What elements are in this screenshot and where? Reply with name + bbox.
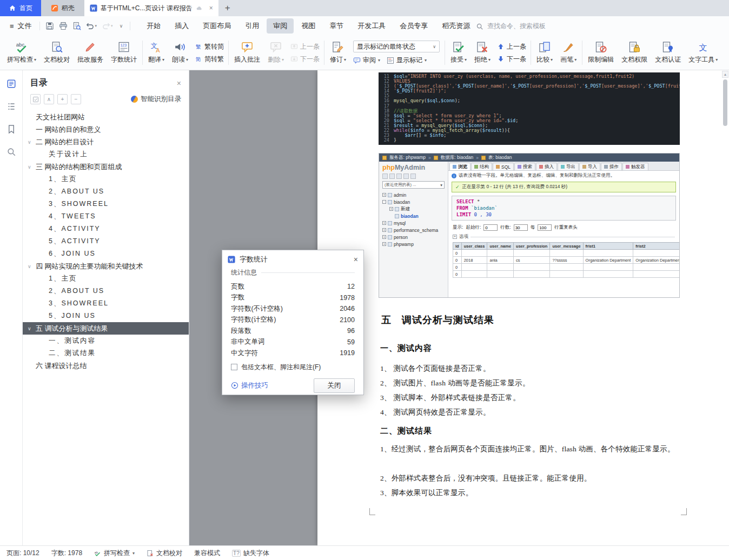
- pma-column-header[interactable]: user_class: [461, 243, 487, 250]
- menu-tab[interactable]: 开发工具: [351, 18, 392, 34]
- pma-tree-item[interactable]: +phpwamp: [382, 241, 445, 248]
- pma-tree-item[interactable]: +performance_schema: [382, 226, 445, 234]
- menu-tab[interactable]: 会员专享: [393, 18, 434, 34]
- spell-button[interactable]: abc拼写检查▾: [3, 37, 40, 69]
- tree-toggle-icon[interactable]: +: [382, 193, 386, 197]
- pma-nav-icon[interactable]: [403, 174, 409, 179]
- menu-tab[interactable]: 引用: [238, 18, 266, 34]
- toc-item[interactable]: 3、SHOWREEL: [23, 297, 189, 310]
- page-indicator[interactable]: 页面: 10/12: [6, 549, 39, 558]
- pma-column-header[interactable]: user_profession: [514, 243, 550, 250]
- pma-column-header[interactable]: frist2: [633, 243, 679, 250]
- ink-pen-button[interactable]: 画笔▾: [556, 37, 580, 69]
- toc-item[interactable]: 一、测试内容: [23, 335, 189, 347]
- pma-tree-item[interactable]: +person: [382, 234, 445, 241]
- collapse-headings-button[interactable]: ∧: [44, 94, 54, 104]
- pma-breadcrumb-item[interactable]: 服务器: phpwamp: [389, 155, 426, 161]
- word-count-indicator[interactable]: 字数: 1978: [51, 549, 82, 558]
- menu-tab[interactable]: 审阅: [267, 18, 294, 34]
- home-tab[interactable]: 首页: [0, 0, 41, 16]
- outline-rail-button[interactable]: [6, 102, 16, 111]
- pma-tab[interactable]: SQL: [493, 163, 514, 170]
- tree-toggle-icon[interactable]: +: [382, 228, 386, 232]
- file-menu-button[interactable]: ≡ 文件: [4, 16, 37, 36]
- show-markup-combobox[interactable]: 显示标记的最终状态∨: [353, 41, 440, 52]
- toc-item[interactable]: 4、ACTIVITY: [23, 223, 189, 235]
- scroll-thumb[interactable]: [723, 79, 727, 126]
- toc-item[interactable]: ∨四 网站实现的主要功能和关键技术: [23, 260, 189, 272]
- proof-button[interactable]: 文档校对: [40, 37, 74, 69]
- show-marks-button[interactable]: 显示标记▾: [387, 56, 427, 65]
- missing-font[interactable]: T? 缺失字体: [232, 549, 269, 558]
- document-page[interactable]: 11$sql="INSERT INTO user_zy (userclass, …: [317, 70, 729, 545]
- toc-item[interactable]: 5、ACTIVITY: [23, 235, 189, 248]
- include-footnotes-checkbox[interactable]: 包括文本框、脚注和尾注(F): [231, 363, 355, 372]
- pma-column-header[interactable]: id: [453, 243, 462, 250]
- checkbox-icon[interactable]: [231, 364, 237, 370]
- text-tool-button[interactable]: 文文字工具▾: [685, 37, 721, 69]
- toc-item[interactable]: 4、TWEETS: [23, 210, 189, 223]
- proofread-status[interactable]: 文档校对: [147, 549, 182, 558]
- pma-table-select[interactable]: (最近使用的表) ... ▾: [382, 181, 445, 189]
- compat-mode[interactable]: 兼容模式: [194, 549, 220, 558]
- tree-toggle-icon[interactable]: +: [389, 207, 393, 211]
- tree-toggle-icon[interactable]: +: [382, 242, 386, 246]
- tree-toggle-icon[interactable]: -: [382, 200, 386, 204]
- compare-button[interactable]: 比较▾: [533, 37, 556, 69]
- tree-toggle-icon[interactable]: +: [382, 221, 386, 225]
- pma-tab[interactable]: 导入: [579, 163, 600, 170]
- pma-tab[interactable]: 浏览: [449, 163, 470, 170]
- pma-nav-icon[interactable]: [410, 174, 416, 179]
- menu-tab[interactable]: 开始: [140, 18, 167, 34]
- toc-item[interactable]: ∨三 网站的结构图和页面组成: [23, 161, 189, 173]
- toc-item[interactable]: 天文社社团网站: [23, 111, 189, 123]
- pma-tab[interactable]: 触发器: [622, 163, 648, 170]
- dialog-close-icon[interactable]: ×: [354, 255, 358, 264]
- pma-options-toggle[interactable]: + 选项: [448, 232, 679, 241]
- menu-tab[interactable]: 插入: [168, 18, 195, 34]
- toc-item[interactable]: 1、主页: [23, 272, 189, 285]
- comment-delete-button[interactable]: 删除▾: [264, 37, 288, 69]
- pma-breadcrumb-item[interactable]: 表: biaodan: [488, 155, 512, 161]
- scroll-up-arrow[interactable]: ▴: [722, 71, 728, 78]
- toc-close-icon[interactable]: ×: [177, 79, 181, 88]
- vertical-scrollbar[interactable]: ▴: [722, 71, 728, 545]
- print-preview-button[interactable]: [72, 22, 81, 30]
- pma-column-header[interactable]: frist1: [583, 243, 633, 250]
- next-comment-button[interactable]: 下一条: [290, 55, 320, 64]
- pma-tree-item[interactable]: +mysql: [382, 219, 445, 226]
- toc-item[interactable]: ∨二 网站的栏目设计: [23, 136, 189, 148]
- toc-item[interactable]: 3、SHOWREEL: [23, 198, 189, 210]
- toolbar-more-button[interactable]: ∨: [118, 23, 125, 29]
- prev-comment-button[interactable]: 上一条: [290, 42, 320, 51]
- toc-item[interactable]: 一 网站的目的和意义: [23, 123, 189, 136]
- toc-item[interactable]: ∨五 调试分析与测试结果: [23, 322, 189, 335]
- pma-nav-icon[interactable]: [396, 174, 402, 179]
- pma-tab[interactable]: 搜索: [514, 163, 535, 170]
- review-button[interactable]: 审阅▾: [353, 56, 380, 65]
- next-change-button[interactable]: 下一条: [497, 55, 526, 64]
- toc-item[interactable]: 1、主页: [23, 173, 189, 185]
- toc-item[interactable]: 2、ABOUT US: [23, 285, 189, 297]
- pma-breadcrumb-item[interactable]: 数据库: biaodan: [441, 155, 473, 161]
- close-tab-icon[interactable]: ×: [209, 4, 213, 12]
- row-count-input[interactable]: [514, 224, 528, 231]
- track-changes-button[interactable]: 修订▾: [326, 37, 350, 69]
- new-tab-button[interactable]: +: [218, 0, 237, 16]
- comment-add-button[interactable]: 插入批注: [230, 37, 264, 69]
- read-button[interactable]: 朗读▾: [168, 37, 192, 69]
- pma-tab[interactable]: 导出: [558, 163, 579, 170]
- menu-tab[interactable]: 章节: [323, 18, 350, 34]
- collapse-all-button[interactable]: −: [71, 94, 81, 104]
- pma-tree-item[interactable]: +admin: [382, 191, 445, 198]
- doc-permission-button[interactable]: 文档权限: [618, 37, 651, 69]
- toc-item[interactable]: 六 课程设计总结: [23, 359, 189, 372]
- wordcount-button[interactable]: 123字数统计: [107, 37, 141, 69]
- pma-tree-item[interactable]: biaodan: [382, 212, 445, 219]
- pma-tree-item[interactable]: -biaodan: [382, 198, 445, 205]
- pma-tab[interactable]: 操作: [601, 163, 622, 170]
- toc-rail-button[interactable]: [6, 79, 16, 89]
- doc-cert-button[interactable]: 文档认证: [651, 37, 685, 69]
- pma-column-header[interactable]: user_name: [487, 243, 514, 250]
- close-button[interactable]: 关闭: [314, 378, 355, 393]
